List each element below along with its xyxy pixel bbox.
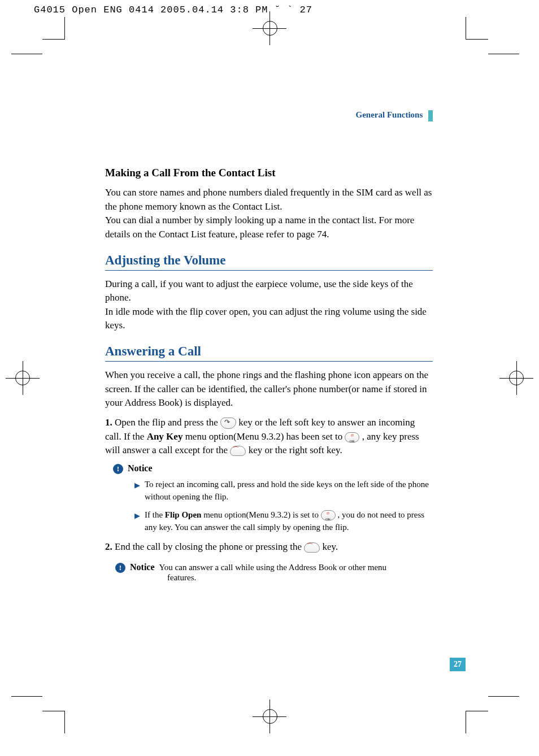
notice-label: Notice <box>128 463 153 473</box>
notice-item: ▶ If the Flip Open menu option(Menu 9.3.… <box>134 509 433 534</box>
crop-mark-left <box>6 361 40 395</box>
heading-answering: Answering a Call <box>105 344 433 362</box>
crop-corner <box>466 17 488 40</box>
page-number: 27 <box>450 658 466 671</box>
crop-tick <box>488 54 519 54</box>
end-key-icon <box>304 542 320 553</box>
call-key-icon <box>220 418 236 429</box>
ok-key-icon: ℗OK <box>321 510 336 520</box>
crop-corner <box>42 711 65 733</box>
section-tag-text: General Functions <box>356 110 423 119</box>
crop-mark-right <box>499 361 533 395</box>
section-marker-icon <box>428 110 433 121</box>
crop-corner <box>42 17 65 40</box>
step-2: 2. End the call by closing the phone or … <box>105 540 433 554</box>
notice-label: Notice <box>130 562 155 572</box>
body-text: When you receive a call, the phone rings… <box>105 368 433 410</box>
crop-tick <box>488 696 519 697</box>
ok-key-icon: ℗OK <box>345 432 359 442</box>
arrow-bullet-icon: ▶ <box>134 480 140 491</box>
body-text: During a call, if you want to adjust the… <box>105 277 433 333</box>
section-tag: General Functions <box>105 110 433 121</box>
crop-tick <box>11 54 42 54</box>
notice-inline: ! Notice You can answer a call while usi… <box>105 562 433 583</box>
body-text: You can store names and phone numbers di… <box>105 186 433 242</box>
print-header: G4015 Open ENG 0414 2005.04.14 3:8 PM ˘ … <box>34 5 312 15</box>
step-1: 1. Open the flip and press the key or th… <box>105 416 433 458</box>
notice-item: ▶ To reject an incoming call, press and … <box>134 479 433 503</box>
notice-icon: ! <box>113 464 123 474</box>
crop-mark-bottom <box>253 699 286 733</box>
notice-icon: ! <box>115 563 125 573</box>
crop-tick <box>11 696 42 697</box>
crop-mark-top <box>253 28 286 62</box>
end-key-icon <box>230 446 246 456</box>
subheading-contact-list: Making a Call From the Contact List <box>105 167 433 179</box>
heading-volume: Adjusting the Volume <box>105 253 433 271</box>
crop-corner <box>466 711 488 733</box>
page-content: General Functions Making a Call From the… <box>105 110 433 583</box>
arrow-bullet-icon: ▶ <box>134 511 140 522</box>
notice-block: ! Notice ▶ To reject an incoming call, p… <box>113 463 433 533</box>
